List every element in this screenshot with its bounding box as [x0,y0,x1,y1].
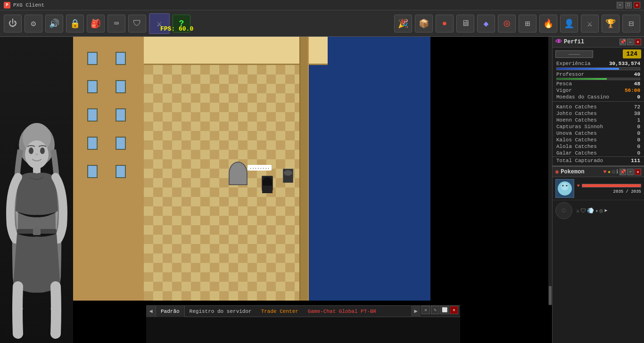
pokeball-header-icon: ◉ [555,168,559,175]
audio-icon[interactable]: 🔊 [45,15,63,33]
svg-point-2 [25,140,49,169]
chat-tab-global[interactable]: Game-Chat Global PT-BR [303,306,381,317]
sinnoh-value: 0 [637,124,640,130]
username-box[interactable]: ———— [555,50,593,58]
scroll-thumb[interactable] [549,286,552,305]
hoenn-catches-row: Hoenn Catches 1 [553,117,644,123]
pesca-value: 48 [634,81,640,87]
pokemon-header-left: ◉ Pokemon [555,168,585,175]
heart-icon[interactable]: ♥ [603,169,606,175]
sinnoh-label: Capturas Sinnoh [556,124,603,130]
settings3-icon[interactable]: ⊟ [622,15,640,33]
professor-label: Professor [556,72,584,77]
pokemon-close-button[interactable]: ✕ [635,169,641,175]
profile-panel: 👁 Perfil 📌 – ✕ ———— 124 Experiência 30,5… [553,37,644,166]
info-icon[interactable]: ℹ [616,168,619,175]
lock-icon[interactable]: 🔒 [66,15,84,33]
empty-slot-1: ○ [555,202,572,219]
xp-bar-bg [556,67,640,70]
galar-value: 0 [637,150,640,156]
pc-icon[interactable]: 🖥 [456,15,474,33]
pokemon-panel: ◉ Pokemon ♥ ★ ☺ ℹ 📌 – ✕ [553,166,644,343]
profile-header-left: 👁 Perfil [555,38,584,46]
building-window [116,52,126,65]
vigor-value: 56:00 [625,88,640,93]
moedas-row: Moedas do Cassino 0 [553,94,644,100]
stat-icon-arrow[interactable]: ➤ [604,207,608,215]
chat-x-button[interactable]: ✕ [421,306,430,314]
chat-tab-trade[interactable]: Trade Center [256,306,303,317]
prof-bar-fill [557,78,607,80]
flame-icon[interactable]: 🔥 [539,15,557,33]
floor-area [144,37,299,301]
npc-character [283,169,293,183]
username-row: ———— 124 [553,48,644,60]
profile-minimize-button[interactable]: – [627,39,634,45]
pokemon-minimize-button[interactable]: – [627,169,634,175]
game-canvas: ........ [73,37,430,301]
item-icon[interactable]: 📦 [415,15,433,33]
chat-settings-button[interactable]: ✎ [431,306,439,314]
power-icon[interactable]: ⏻ [4,15,22,33]
pokemon-icons-row: ○ ⚔ 🛡 💨 ✦ ◎ ➤ [553,200,644,221]
profile-panel-controls: 📌 – ✕ [619,39,641,45]
hoenn-label: Hoenn Catches [556,117,597,123]
minimize-button[interactable]: – [617,2,623,8]
xp-bar-container [553,67,644,71]
smiley-icon[interactable]: ☺ [612,169,615,175]
chat-tab-registro[interactable]: Registro do servidor [185,306,256,317]
chat-tabs: ◀ Padrão Registro do servidor Trade Cent… [146,306,460,317]
building-window [87,165,98,178]
chat-tab-padrao[interactable]: Padrão [156,306,185,317]
trainer2-icon[interactable]: 👤 [560,15,578,33]
trophy-icon[interactable]: 🏆 [602,15,619,33]
map-object [229,162,248,185]
pokemon-pin-button[interactable]: 📌 [619,169,626,175]
kalos-value: 0 [637,137,640,143]
sword2-icon[interactable]: ⚔ [581,15,599,33]
chat-next-button[interactable]: ▶ [411,306,421,317]
chat-prev-button[interactable]: ◀ [146,306,156,317]
game-area: ........ ◀ Padrão Registro do servidor T… [73,37,552,343]
menu1-icon[interactable]: ⊞ [519,15,537,33]
status-icons: ⚔ 🛡 💨 ✦ ◎ ➤ [576,202,608,219]
hp-text: 2035 / 2035 [577,189,641,194]
profile-pin-button[interactable]: 📌 [619,39,626,45]
profile-title: Perfil [564,39,584,45]
toolbar: ⏻ ⚙ 🔊 🔒 🎒 ⌨ 🛡 ⚔ ? 🎉 📦 ● 🖥 ◆ ◎ ⊞ 🔥 👤 ⚔ 🏆 … [0,10,644,37]
title-bar-controls[interactable]: – □ ✕ [617,2,640,8]
profile-close-button[interactable]: ✕ [635,39,641,45]
gem-icon[interactable]: ◆ [477,15,495,33]
maximize-button[interactable]: □ [625,2,632,8]
left-character-art [4,98,70,343]
pokemon-info: ♥ 2035 / 2035 [577,183,641,194]
bag-icon[interactable]: 🎒 [87,15,105,33]
building-window [116,137,126,150]
johto-catches-row: Johto Catches 38 [553,110,644,117]
professor-value: 40 [634,72,640,77]
moedas-value: 0 [637,94,640,100]
experience-label: Experiência [556,61,591,66]
svg-point-9 [561,183,569,190]
building-window [87,137,98,150]
shield-icon[interactable]: 🛡 [128,15,146,33]
fps-display: FPS: 60.0 [160,25,193,33]
close-button[interactable]: ✕ [634,2,640,8]
hoenn-value: 1 [637,117,640,123]
keyboard-icon[interactable]: ⌨ [107,15,125,33]
total-catches-row: Total Capturado 111 [553,156,644,164]
stat-icon-1: ⚔ [576,207,579,214]
master-ball-icon[interactable]: ◎ [498,15,516,33]
pokemon-title: Pokemon [561,169,584,175]
settings-icon[interactable]: ⚙ [25,15,42,33]
pokemon-sprite-svg [556,180,573,197]
star-icon[interactable]: ★ [608,168,611,175]
professor-row: Professor 40 [553,71,644,78]
catches-section: Kanto Catches 72 Johto Catches 38 Hoenn … [553,103,644,165]
party-icon[interactable]: 🎉 [394,15,412,33]
pokemon-panel-icons: ♥ ★ ☺ ℹ 📌 – ✕ [603,168,641,175]
chat-expand-button[interactable]: ⬜ [440,306,449,314]
building-window [87,108,98,122]
pokeball2-icon[interactable]: ● [436,15,454,33]
chat-close-button[interactable]: ✕ [450,306,458,314]
